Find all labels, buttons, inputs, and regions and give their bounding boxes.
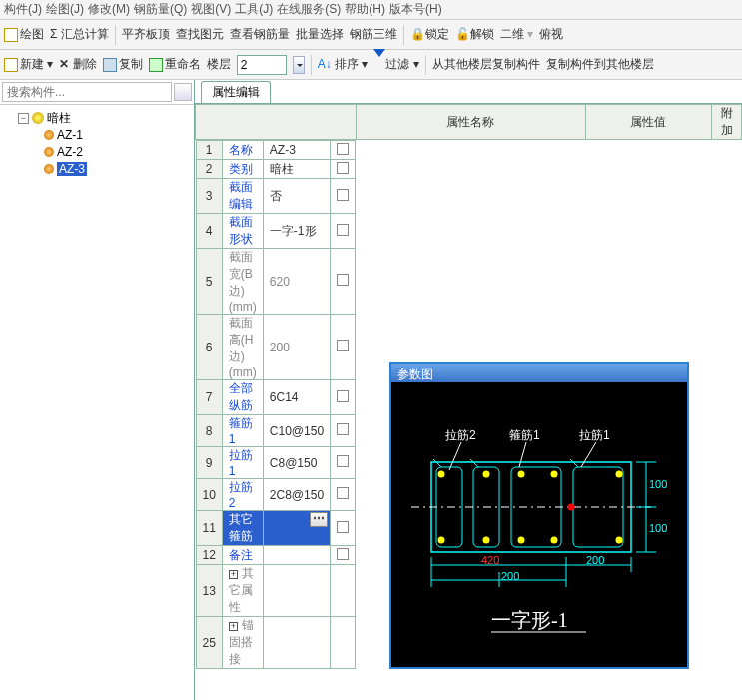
prop-extra[interactable]	[331, 617, 356, 669]
prop-extra[interactable]	[331, 415, 356, 447]
checkbox[interactable]	[337, 340, 349, 351]
property-row[interactable]: 11其它箍筋⋯	[196, 511, 356, 546]
menu-item[interactable]: 帮助(H)	[345, 1, 385, 18]
floor-dropdown[interactable]	[293, 56, 305, 74]
prop-value[interactable]	[263, 546, 330, 565]
menu-item[interactable]: 在线服务(S)	[277, 1, 341, 18]
prop-extra[interactable]	[331, 479, 356, 511]
floor-input[interactable]	[237, 55, 287, 75]
prop-extra[interactable]	[331, 511, 356, 546]
menu-item[interactable]: 修改(M)	[88, 1, 130, 18]
find-elem-button[interactable]: 查找图元	[176, 26, 224, 43]
menu-item[interactable]: 视图(V)	[191, 1, 231, 18]
property-row[interactable]: 2类别暗柱	[196, 160, 356, 179]
new-button[interactable]: 新建 ▾	[4, 56, 53, 73]
prop-value[interactable]: 2C8@150	[263, 479, 330, 511]
tree-item[interactable]: AZ-2	[44, 144, 190, 160]
prop-value[interactable]: AZ-3	[263, 141, 330, 160]
menu-item[interactable]: 版本号(H)	[389, 1, 442, 18]
property-row[interactable]: 6截面高(H边)(mm)200	[196, 315, 356, 380]
search-input[interactable]	[2, 82, 172, 102]
expand-icon[interactable]: +	[229, 570, 238, 579]
property-row[interactable]: 25+锚固搭接	[196, 617, 356, 669]
batch-select-button[interactable]: 批量选择	[296, 26, 344, 43]
checkbox[interactable]	[337, 423, 349, 435]
property-row[interactable]: 12备注	[196, 546, 356, 565]
2d-dropdown[interactable]: 二维 ▾	[500, 26, 533, 43]
menu-item[interactable]: 工具(J)	[235, 1, 273, 18]
prop-extra[interactable]	[331, 447, 356, 479]
filter-button[interactable]: 过滤 ▾	[373, 56, 418, 73]
prop-value[interactable]: 否	[263, 179, 330, 214]
prop-extra[interactable]	[331, 565, 356, 617]
menu-item[interactable]: 钢筋量(Q)	[134, 1, 187, 18]
rename-button[interactable]: 重命名	[149, 56, 201, 73]
prop-value[interactable]: C10@150	[263, 415, 330, 447]
property-row[interactable]: 7全部纵筋6C14	[196, 380, 356, 415]
param-diagram-popup: 参数图	[389, 362, 689, 669]
checkbox[interactable]	[337, 455, 349, 467]
lock-button[interactable]: 🔒锁定	[410, 26, 449, 43]
prop-value[interactable]: 620	[263, 249, 330, 315]
prop-extra[interactable]	[331, 214, 356, 249]
checkbox[interactable]	[337, 548, 349, 560]
unlock-button[interactable]: 🔓解锁	[455, 26, 494, 43]
prop-value[interactable]: 200	[263, 315, 330, 380]
row-number: 8	[196, 415, 222, 447]
checkbox[interactable]	[337, 224, 349, 236]
copy-from-floor-button[interactable]: 从其他楼层复制构件	[432, 56, 540, 73]
prop-extra[interactable]	[331, 249, 356, 315]
prop-extra[interactable]	[331, 546, 356, 565]
checkbox[interactable]	[337, 143, 349, 155]
checkbox[interactable]	[337, 274, 349, 286]
menu-item[interactable]: 绘图(J)	[46, 1, 84, 18]
expand-icon[interactable]: +	[229, 622, 238, 631]
prop-value[interactable]: 一字-1形	[263, 214, 330, 249]
menu-item[interactable]: 构件(J)	[4, 1, 42, 18]
draw-button[interactable]: 绘图	[4, 26, 44, 43]
prop-extra[interactable]	[331, 315, 356, 380]
prop-value[interactable]: 6C14	[263, 380, 330, 415]
prop-value[interactable]	[263, 565, 330, 617]
view-rebar-button[interactable]: 查看钢筋量	[230, 26, 290, 43]
delete-button[interactable]: ✕ 删除	[59, 56, 96, 73]
prop-extra[interactable]	[331, 160, 356, 179]
prop-value[interactable]	[263, 617, 330, 669]
tree-root[interactable]: − 暗柱	[18, 110, 190, 126]
filter-icon	[373, 49, 385, 77]
svg-line-32	[581, 442, 596, 467]
checkbox[interactable]	[337, 390, 349, 402]
rebar-3d-button[interactable]: 钢筋三维	[350, 26, 397, 43]
checkbox[interactable]	[337, 521, 349, 533]
search-dropdown[interactable]	[174, 83, 192, 101]
prop-value[interactable]: 暗柱	[263, 160, 330, 179]
checkbox[interactable]	[337, 189, 349, 201]
property-row[interactable]: 1名称AZ-3	[196, 141, 356, 160]
ellipsis-button[interactable]: ⋯	[310, 512, 328, 527]
tree-item-selected[interactable]: AZ-3	[44, 161, 190, 177]
property-row[interactable]: 5截面宽(B边)(mm)620	[196, 249, 356, 315]
top-view-button[interactable]: 俯视	[539, 26, 563, 43]
copy-to-floor-button[interactable]: 复制构件到其他楼层	[546, 56, 654, 73]
prop-extra[interactable]	[331, 141, 356, 160]
prop-extra[interactable]	[331, 179, 356, 214]
property-row[interactable]: 13+其它属性	[196, 565, 356, 617]
sort-button[interactable]: A↓ 排序 ▾	[318, 56, 369, 73]
collapse-icon[interactable]: −	[18, 113, 29, 124]
prop-name: 拉筋2	[222, 479, 263, 511]
checkbox[interactable]	[337, 487, 349, 499]
prop-extra[interactable]	[331, 380, 356, 415]
flat-top-button[interactable]: 平齐板顶	[122, 26, 170, 43]
property-row[interactable]: 3截面编辑否	[196, 179, 356, 214]
property-row[interactable]: 8箍筋1C10@150	[196, 415, 356, 447]
prop-value[interactable]: C8@150	[263, 447, 330, 479]
property-row[interactable]: 10拉筋22C8@150	[196, 479, 356, 511]
checkbox[interactable]	[337, 162, 349, 174]
prop-value[interactable]: ⋯	[263, 511, 330, 546]
copy-button[interactable]: 复制	[103, 56, 143, 73]
property-row[interactable]: 9拉筋1C8@150	[196, 447, 356, 479]
sum-button[interactable]: Σ 汇总计算	[50, 26, 109, 43]
property-row[interactable]: 4截面形状一字-1形	[196, 214, 356, 249]
tab-property-edit[interactable]: 属性编辑	[201, 81, 271, 103]
tree-item[interactable]: AZ-1	[44, 127, 190, 143]
